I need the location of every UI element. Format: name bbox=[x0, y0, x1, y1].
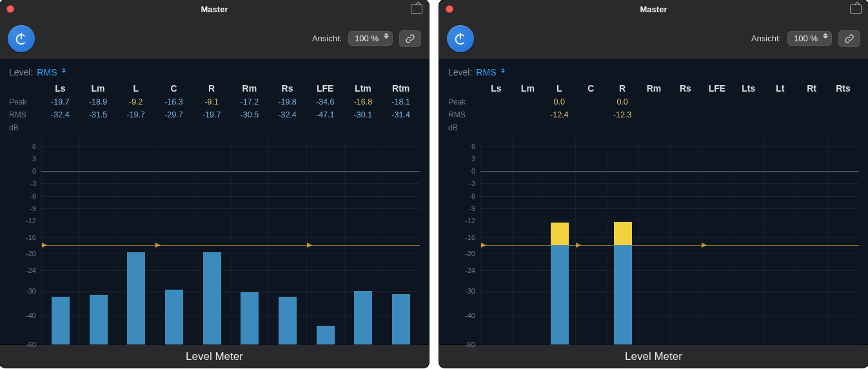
channel-header[interactable]: Rm bbox=[638, 81, 670, 95]
rms-value[interactable] bbox=[575, 108, 607, 121]
axis-tick: -24 bbox=[26, 266, 36, 274]
channel-header[interactable]: Rs bbox=[670, 81, 702, 95]
channel-header[interactable]: LFE bbox=[306, 81, 344, 95]
rms-value[interactable] bbox=[512, 108, 544, 121]
power-button[interactable] bbox=[447, 25, 474, 52]
channel-header[interactable]: L bbox=[544, 81, 575, 95]
channel-header[interactable]: Lm bbox=[79, 81, 117, 95]
peak-value[interactable]: -19.8 bbox=[268, 95, 306, 108]
rms-value[interactable]: -31.5 bbox=[79, 108, 117, 121]
meter-bar bbox=[127, 252, 145, 344]
level-meter[interactable]: 630-3-6-9-12-16-20-24-30-40-60 bbox=[448, 138, 859, 344]
rms-value[interactable]: -30.5 bbox=[231, 108, 269, 121]
channel-header[interactable]: Rt bbox=[796, 81, 827, 95]
level-mode-value: RMS bbox=[37, 67, 57, 77]
peak-value[interactable] bbox=[701, 95, 733, 108]
meter-bar bbox=[165, 290, 183, 344]
link-button[interactable] bbox=[838, 30, 860, 47]
blank bbox=[480, 121, 512, 134]
axis-tick: 3 bbox=[32, 155, 36, 163]
level-meter[interactable]: 630-3-6-9-12-16-20-24-30-40-60 bbox=[9, 138, 420, 344]
window-close-button[interactable] bbox=[6, 5, 14, 13]
rms-value[interactable] bbox=[827, 108, 859, 121]
rms-value[interactable] bbox=[638, 108, 670, 121]
blank bbox=[344, 121, 382, 134]
peak-value[interactable] bbox=[480, 95, 512, 108]
zoom-dropdown[interactable]: 100 % bbox=[348, 31, 393, 46]
peak-value[interactable] bbox=[638, 95, 670, 108]
zoom-dropdown[interactable]: 100 % bbox=[787, 31, 832, 46]
rms-value[interactable] bbox=[764, 108, 796, 121]
channel-header[interactable]: C bbox=[155, 81, 193, 95]
channel-header[interactable]: Lts bbox=[733, 81, 764, 95]
meter-bar bbox=[90, 295, 108, 344]
link-button[interactable] bbox=[399, 30, 421, 47]
channel-header[interactable]: Ls bbox=[41, 81, 79, 95]
blank bbox=[231, 121, 269, 134]
rms-value[interactable] bbox=[701, 108, 733, 121]
rms-value[interactable] bbox=[796, 108, 827, 121]
meter-channel bbox=[193, 138, 231, 344]
rms-value[interactable]: -12.3 bbox=[607, 108, 638, 121]
rms-value[interactable]: -47.1 bbox=[306, 108, 344, 121]
axis-tick: -40 bbox=[465, 312, 475, 319]
rms-row-label: RMS bbox=[448, 108, 480, 121]
peak-value[interactable]: -16.3 bbox=[155, 95, 193, 108]
peak-value[interactable]: -17.2 bbox=[231, 95, 269, 108]
peak-value[interactable]: -19.7 bbox=[41, 95, 79, 108]
peak-value[interactable]: -18.9 bbox=[79, 95, 117, 108]
channel-header[interactable]: C bbox=[575, 81, 607, 95]
rms-value[interactable]: -32.4 bbox=[41, 108, 79, 121]
peak-value[interactable] bbox=[670, 95, 702, 108]
meter-channel bbox=[607, 138, 638, 344]
window-popout-icon[interactable] bbox=[850, 5, 862, 14]
rms-value[interactable]: -12.4 bbox=[544, 108, 575, 121]
channel-header[interactable]: R bbox=[193, 81, 231, 95]
rms-value[interactable]: -30.1 bbox=[344, 108, 382, 121]
peak-value[interactable]: -9.1 bbox=[193, 95, 231, 108]
rms-value[interactable]: -19.7 bbox=[193, 108, 231, 121]
channel-header[interactable]: Rm bbox=[231, 81, 269, 95]
level-mode-dropdown[interactable]: RMS bbox=[476, 67, 505, 77]
peak-value[interactable] bbox=[575, 95, 607, 108]
channel-header[interactable]: Lt bbox=[764, 81, 796, 95]
peak-value[interactable]: 0.0 bbox=[544, 95, 575, 108]
window-popout-icon[interactable] bbox=[411, 5, 422, 14]
meter-channel bbox=[344, 138, 382, 344]
peak-value[interactable] bbox=[512, 95, 544, 108]
channel-header[interactable]: Rtm bbox=[382, 81, 420, 95]
channel-header[interactable]: Lm bbox=[512, 81, 544, 95]
peak-value[interactable] bbox=[796, 95, 827, 108]
meter-bar bbox=[52, 297, 70, 344]
rms-value[interactable]: -19.7 bbox=[117, 108, 155, 121]
power-button[interactable] bbox=[8, 25, 35, 52]
peak-value[interactable] bbox=[764, 95, 796, 108]
axis-tick: -20 bbox=[26, 250, 36, 257]
peak-value[interactable]: -9.2 bbox=[117, 95, 155, 108]
channel-header[interactable]: Rs bbox=[268, 81, 306, 95]
channel-header[interactable]: R bbox=[607, 81, 638, 95]
rms-value[interactable]: -29.7 bbox=[155, 108, 193, 121]
level-mode-dropdown[interactable]: RMS bbox=[37, 67, 66, 77]
channel-header[interactable]: Ls bbox=[480, 81, 512, 95]
peak-value[interactable] bbox=[733, 95, 764, 108]
peak-value[interactable]: -16.8 bbox=[344, 95, 382, 108]
rms-row-label: RMS bbox=[9, 108, 41, 121]
meter-channel bbox=[796, 138, 827, 344]
channel-header[interactable]: Ltm bbox=[344, 81, 382, 95]
rms-value[interactable]: -31.4 bbox=[382, 108, 420, 121]
rms-value[interactable] bbox=[733, 108, 764, 121]
peak-value[interactable]: -34.6 bbox=[306, 95, 344, 108]
channel-header[interactable]: LFE bbox=[701, 81, 733, 95]
peak-value[interactable] bbox=[827, 95, 859, 108]
rms-value[interactable] bbox=[480, 108, 512, 121]
peak-value[interactable]: 0.0 bbox=[607, 95, 638, 108]
window-close-button[interactable] bbox=[446, 5, 453, 13]
peak-value[interactable]: -18.1 bbox=[382, 95, 420, 108]
channel-header[interactable]: L bbox=[117, 81, 155, 95]
channel-header[interactable]: Rts bbox=[827, 81, 859, 95]
rms-value[interactable] bbox=[670, 108, 702, 121]
link-icon bbox=[844, 34, 854, 44]
meter-bar bbox=[241, 292, 259, 344]
rms-value[interactable]: -32.4 bbox=[268, 108, 306, 121]
